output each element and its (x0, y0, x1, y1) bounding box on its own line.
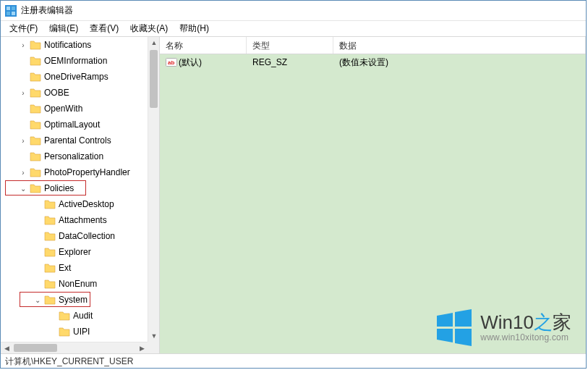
folder-icon (30, 167, 41, 177)
menu-edit[interactable]: 编辑(E) (43, 21, 84, 36)
tree-node-label: System (59, 295, 92, 305)
scroll-up-icon[interactable]: ▲ (148, 37, 160, 49)
expand-toggle[interactable]: › (18, 89, 28, 97)
folder-icon (44, 231, 56, 241)
scroll-left-icon[interactable]: ◀ (1, 342, 12, 353)
folder-icon (30, 72, 41, 82)
tree-node[interactable]: ›PhotoPropertyHandler (1, 164, 148, 180)
tree-node-label: OEMInformation (44, 56, 111, 66)
tree-node[interactable]: ›Explorer (1, 244, 148, 260)
list-pane: 名称 类型 数据 ab (默认) REG_SZ (数值未设置) (160, 37, 586, 353)
regedit-icon (5, 5, 17, 17)
tree-node[interactable]: ›Notifications (1, 37, 148, 53)
tree-node-label: Personalization (44, 151, 108, 161)
tree-node-label: OOBE (44, 88, 74, 98)
tree-node-label: OneDriveRamps (44, 72, 113, 82)
folder-icon (30, 119, 41, 130)
tree-node[interactable]: ›OpenWith (1, 101, 148, 117)
tree-node[interactable]: ›Personalization (1, 148, 148, 164)
tree-pane: ›Notifications›OEMInformation›OneDriveRa… (1, 37, 160, 353)
scroll-down-icon[interactable]: ▼ (148, 330, 160, 342)
menu-view[interactable]: 查看(V) (84, 21, 124, 36)
folder-icon (44, 247, 56, 257)
tree-node[interactable]: ›DataCollection (1, 228, 148, 244)
tree-node[interactable]: ›OOBE (1, 85, 148, 101)
folder-icon (44, 295, 56, 305)
list-body[interactable]: ab (默认) REG_SZ (数值未设置) (160, 54, 586, 353)
svg-rect-2 (12, 7, 15, 10)
list-header: 名称 类型 数据 (160, 37, 586, 54)
tree-node-label: DataCollection (59, 231, 119, 241)
tree-node[interactable]: ›NonEnum (1, 276, 148, 292)
menu-file[interactable]: 文件(F) (4, 21, 43, 36)
tree-node-label: Notifications (44, 40, 95, 50)
tree-node-label: Audit (73, 311, 97, 321)
tree-node-label: OpenWith (44, 104, 87, 114)
expand-toggle[interactable]: › (18, 169, 28, 177)
app-window: 注册表编辑器 文件(F) 编辑(E) 查看(V) 收藏夹(A) 帮助(H) ›N… (0, 0, 587, 369)
string-value-icon: ab (166, 56, 177, 68)
tree-node-label: PhotoPropertyHandler (44, 167, 135, 177)
window-title: 注册表编辑器 (21, 4, 73, 17)
folder-icon (44, 199, 56, 209)
value-name: (默认) (179, 57, 202, 67)
scroll-right-icon[interactable]: ▶ (136, 342, 148, 353)
list-item[interactable]: ab (默认) REG_SZ (数值未设置) (160, 54, 586, 70)
value-data: (数值未设置) (333, 56, 586, 69)
folder-icon (30, 135, 41, 146)
svg-rect-4 (12, 12, 15, 15)
menu-help[interactable]: 帮助(H) (174, 21, 215, 36)
tree-node-label: Policies (44, 183, 78, 193)
tree-node[interactable]: ›UIPI (1, 324, 148, 340)
tree-node[interactable]: ›Ext (1, 260, 148, 276)
tree: ›Notifications›OEMInformation›OneDriveRa… (1, 37, 148, 340)
collapse-toggle[interactable]: ⌄ (33, 296, 43, 304)
expand-toggle[interactable]: › (18, 137, 28, 145)
folder-icon (30, 88, 41, 98)
tree-node[interactable]: ›OEMInformation (1, 53, 148, 69)
column-header-data[interactable]: 数据 (333, 37, 586, 54)
status-path: 计算机\HKEY_CURRENT_USER (5, 356, 133, 366)
tree-node-label: OptimalLayout (44, 119, 104, 130)
tree-node-label: Parental Controls (44, 135, 116, 146)
folder-icon (59, 327, 70, 337)
tree-node-label: UIPI (73, 327, 94, 337)
value-type: REG_SZ (247, 57, 333, 67)
column-header-type[interactable]: 类型 (247, 37, 333, 54)
tree-node-label: ActiveDesktop (59, 199, 119, 209)
tree-node[interactable]: ⌄System (1, 292, 148, 308)
folder-icon (44, 279, 56, 289)
expand-toggle[interactable]: › (18, 41, 28, 49)
tree-node[interactable]: ›Audit (1, 308, 148, 324)
folder-icon (30, 104, 41, 114)
menu-favorites[interactable]: 收藏夹(A) (124, 21, 174, 36)
body: ›Notifications›OEMInformation›OneDriveRa… (1, 37, 586, 353)
folder-icon (30, 40, 41, 50)
folder-icon (44, 215, 56, 225)
titlebar: 注册表编辑器 (1, 1, 586, 21)
folder-icon (30, 151, 41, 161)
tree-node[interactable]: ›Attachments (1, 212, 148, 228)
tree-node-label: Attachments (59, 215, 111, 225)
scrollbar-corner (148, 342, 159, 353)
tree-node-label: Explorer (59, 247, 95, 257)
tree-node[interactable]: ›OneDriveRamps (1, 69, 148, 85)
tree-node[interactable]: ›ActiveDesktop (1, 196, 148, 212)
tree-node-label: Ext (59, 263, 75, 273)
svg-text:ab: ab (168, 59, 174, 66)
svg-rect-3 (7, 12, 10, 15)
folder-icon (30, 56, 41, 66)
folder-icon (30, 183, 41, 193)
tree-scroll[interactable]: ›Notifications›OEMInformation›OneDriveRa… (1, 37, 148, 342)
collapse-toggle[interactable]: ⌄ (18, 185, 28, 193)
column-header-name[interactable]: 名称 (160, 37, 247, 54)
tree-node[interactable]: ⌄Policies (1, 180, 148, 196)
svg-rect-1 (7, 7, 10, 10)
tree-scrollbar-horizontal[interactable]: ◀ ▶ (1, 342, 148, 353)
folder-icon (44, 263, 56, 273)
tree-scrollbar-vertical[interactable]: ▲ ▼ (148, 37, 159, 342)
tree-node[interactable]: ›Parental Controls (1, 133, 148, 148)
tree-node[interactable]: ›OptimalLayout (1, 117, 148, 133)
menubar: 文件(F) 编辑(E) 查看(V) 收藏夹(A) 帮助(H) (1, 21, 586, 37)
folder-icon (59, 311, 70, 321)
